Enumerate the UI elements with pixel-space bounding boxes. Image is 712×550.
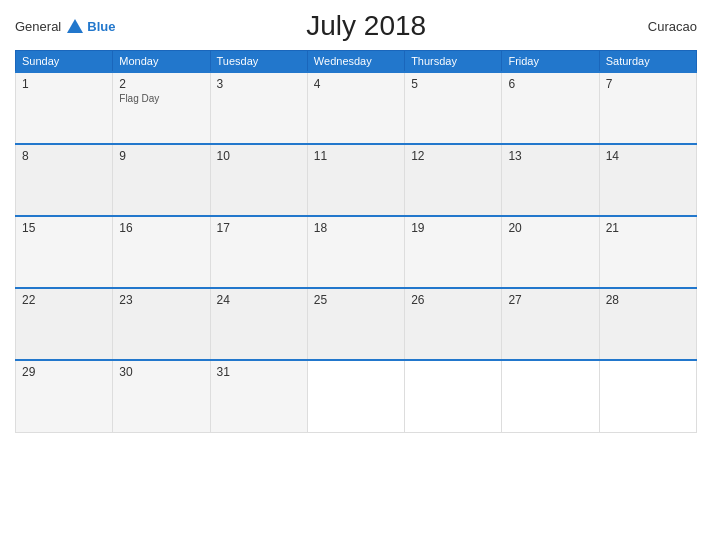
calendar-week-5: 293031 [16,360,697,432]
day-number: 17 [217,221,301,235]
calendar-cell: 10 [210,144,307,216]
day-number: 27 [508,293,592,307]
calendar-cell: 14 [599,144,696,216]
header: General Blue July 2018 Curacao [15,10,697,42]
calendar-week-3: 15161718192021 [16,216,697,288]
day-number: 7 [606,77,690,91]
calendar-cell: 1 [16,72,113,144]
day-number: 22 [22,293,106,307]
calendar-week-4: 22232425262728 [16,288,697,360]
day-number: 10 [217,149,301,163]
calendar-cell: 28 [599,288,696,360]
calendar-cell: 25 [307,288,404,360]
day-number: 29 [22,365,106,379]
day-number: 11 [314,149,398,163]
logo-general: General [15,19,61,34]
calendar-cell: 6 [502,72,599,144]
day-number: 12 [411,149,495,163]
header-monday: Monday [113,51,210,73]
logo-triangle-icon [67,19,83,33]
day-number: 8 [22,149,106,163]
calendar-cell: 17 [210,216,307,288]
day-number: 25 [314,293,398,307]
calendar-cell: 23 [113,288,210,360]
calendar-cell: 11 [307,144,404,216]
day-number: 13 [508,149,592,163]
day-number: 28 [606,293,690,307]
header-friday: Friday [502,51,599,73]
calendar-page: General Blue July 2018 Curacao Sunday Mo… [0,0,712,550]
region-label: Curacao [617,19,697,34]
calendar-cell: 9 [113,144,210,216]
day-number: 31 [217,365,301,379]
header-wednesday: Wednesday [307,51,404,73]
day-number: 1 [22,77,106,91]
logo: General Blue [15,19,115,34]
day-number: 2 [119,77,203,91]
calendar-cell: 19 [405,216,502,288]
day-number: 24 [217,293,301,307]
header-sunday: Sunday [16,51,113,73]
calendar-cell: 24 [210,288,307,360]
day-number: 30 [119,365,203,379]
day-number: 4 [314,77,398,91]
calendar-cell: 13 [502,144,599,216]
day-number: 9 [119,149,203,163]
header-saturday: Saturday [599,51,696,73]
calendar-cell [307,360,404,432]
calendar-cell: 22 [16,288,113,360]
event-label: Flag Day [119,93,203,104]
calendar-cell: 12 [405,144,502,216]
day-number: 26 [411,293,495,307]
calendar-cell: 7 [599,72,696,144]
day-number: 14 [606,149,690,163]
calendar-cell: 15 [16,216,113,288]
calendar-cell [599,360,696,432]
header-thursday: Thursday [405,51,502,73]
day-number: 19 [411,221,495,235]
day-number: 5 [411,77,495,91]
day-number: 6 [508,77,592,91]
calendar-cell [405,360,502,432]
calendar-title: July 2018 [115,10,617,42]
day-number: 3 [217,77,301,91]
days-header-row: Sunday Monday Tuesday Wednesday Thursday… [16,51,697,73]
header-tuesday: Tuesday [210,51,307,73]
day-number: 15 [22,221,106,235]
calendar-week-2: 891011121314 [16,144,697,216]
calendar-week-1: 12Flag Day34567 [16,72,697,144]
day-number: 20 [508,221,592,235]
calendar-table: Sunday Monday Tuesday Wednesday Thursday… [15,50,697,433]
calendar-cell: 4 [307,72,404,144]
calendar-cell: 26 [405,288,502,360]
calendar-cell [502,360,599,432]
calendar-cell: 27 [502,288,599,360]
calendar-cell: 2Flag Day [113,72,210,144]
calendar-cell: 8 [16,144,113,216]
calendar-cell: 21 [599,216,696,288]
calendar-cell: 29 [16,360,113,432]
day-number: 21 [606,221,690,235]
calendar-cell: 18 [307,216,404,288]
calendar-cell: 20 [502,216,599,288]
day-number: 18 [314,221,398,235]
day-number: 23 [119,293,203,307]
calendar-cell: 30 [113,360,210,432]
calendar-cell: 31 [210,360,307,432]
calendar-cell: 16 [113,216,210,288]
calendar-cell: 3 [210,72,307,144]
logo-blue: Blue [87,19,115,34]
calendar-cell: 5 [405,72,502,144]
day-number: 16 [119,221,203,235]
